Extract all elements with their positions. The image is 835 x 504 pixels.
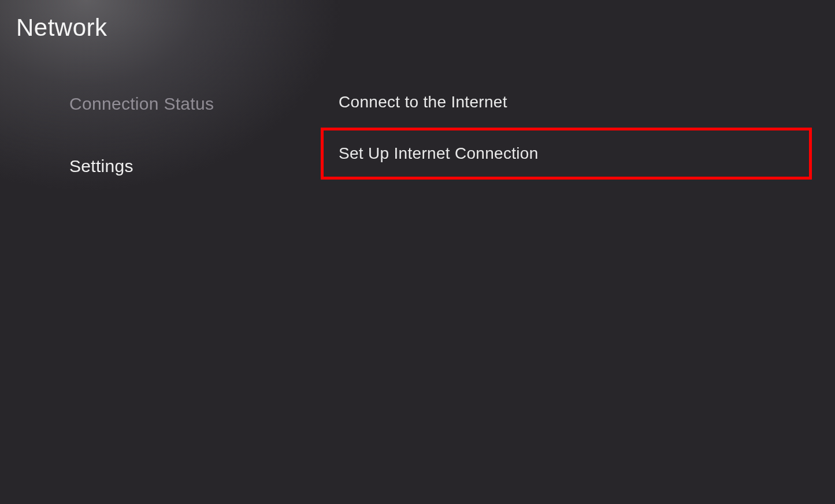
sidebar: Connection Status Settings — [0, 84, 324, 208]
menu-item-setup-internet-connection[interactable]: Set Up Internet Connection — [321, 128, 812, 180]
sidebar-item-connection-status[interactable]: Connection Status — [69, 84, 324, 124]
page-title: Network — [16, 14, 107, 42]
sidebar-item-settings[interactable]: Settings — [69, 146, 324, 186]
main-panel: Connect to the Internet Set Up Internet … — [324, 84, 835, 208]
content-area: Connection Status Settings Connect to th… — [0, 84, 835, 208]
menu-item-connect-to-internet[interactable]: Connect to the Internet — [324, 84, 809, 128]
